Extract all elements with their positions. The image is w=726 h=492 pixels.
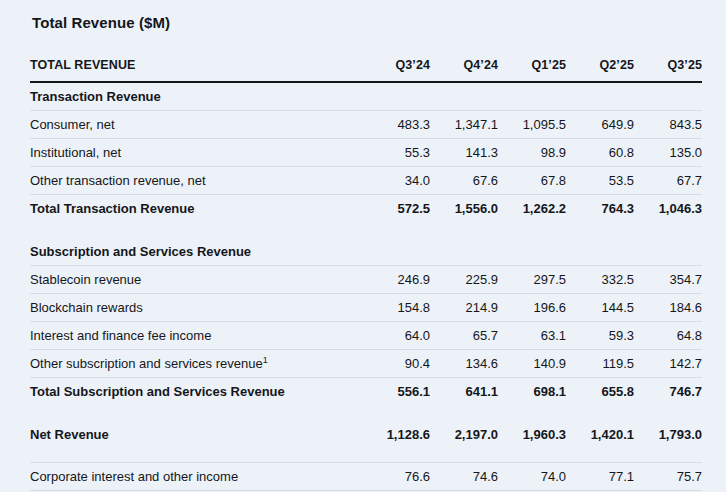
- cell-value: 119.5: [566, 350, 634, 378]
- cell-value: 1,262.2: [498, 195, 566, 223]
- row-label-text: Institutional, net: [30, 145, 121, 160]
- cell-value: [362, 82, 430, 111]
- cell-value: 135.0: [634, 139, 702, 167]
- row-label-text: Consumer, net: [30, 117, 115, 132]
- row-label: Corporate interest and other income: [30, 463, 362, 491]
- cell-value: 764.3: [566, 195, 634, 223]
- table-row-other-transaction-revenue-net: Other transaction revenue, net34.067.667…: [30, 167, 702, 195]
- cell-value: [498, 238, 566, 266]
- row-label-text: Other transaction revenue, net: [30, 173, 206, 188]
- table-body: Transaction RevenueConsumer, net483.31,3…: [30, 82, 702, 492]
- row-label: Other transaction revenue, net: [30, 167, 362, 195]
- cell-value: 649.9: [566, 111, 634, 139]
- table-row-institutional-net: Institutional, net55.3141.398.960.8135.0: [30, 139, 702, 167]
- table-row-corporate-interest-and-other-income: Corporate interest and other income76.67…: [30, 463, 702, 491]
- table-header-row: TOTAL REVENUE Q3’24 Q4’24 Q1’25 Q2’25 Q3…: [30, 52, 702, 82]
- spacer-cell: [30, 222, 702, 238]
- cell-value: 59.3: [566, 322, 634, 350]
- cell-value: 76.6: [362, 463, 430, 491]
- table-header-label: TOTAL REVENUE: [30, 52, 362, 82]
- row-label-text: Subscription and Services Revenue: [30, 244, 251, 259]
- cell-value: [566, 82, 634, 111]
- cell-value: 2,197.0: [430, 421, 498, 448]
- cell-value: 67.8: [498, 167, 566, 195]
- table-row-consumer-net: Consumer, net483.31,347.11,095.5649.9843…: [30, 111, 702, 139]
- row-label-text: Net Revenue: [30, 427, 109, 442]
- cell-value: 1,046.3: [634, 195, 702, 223]
- spacer-row: [30, 448, 702, 463]
- cell-value: 1,420.1: [566, 421, 634, 448]
- page-title: Total Revenue ($M): [32, 14, 702, 31]
- row-label: Blockchain rewards: [30, 294, 362, 322]
- row-label-text: Total Subscription and Services Revenue: [30, 384, 285, 399]
- cell-value: 1,128.6: [362, 421, 430, 448]
- column-header-q3-24: Q3’24: [362, 52, 430, 82]
- cell-value: 67.7: [634, 167, 702, 195]
- cell-value: 98.9: [498, 139, 566, 167]
- row-label-text: Stablecoin revenue: [30, 272, 141, 287]
- cell-value: 140.9: [498, 350, 566, 378]
- row-label-text: Blockchain rewards: [30, 300, 143, 315]
- table-row-subscription-and-services-revenue: Subscription and Services Revenue: [30, 238, 702, 266]
- cell-value: [566, 238, 634, 266]
- cell-value: 60.8: [566, 139, 634, 167]
- row-label: Total Subscription and Services Revenue: [30, 378, 362, 406]
- cell-value: 332.5: [566, 266, 634, 294]
- cell-value: 65.7: [430, 322, 498, 350]
- spacer-row: [30, 405, 702, 421]
- cell-value: [634, 238, 702, 266]
- table-row-total-subscription-and-services-revenue: Total Subscription and Services Revenue5…: [30, 378, 702, 406]
- cell-value: 63.1: [498, 322, 566, 350]
- column-header-q3-25: Q3’25: [634, 52, 702, 82]
- cell-value: 572.5: [362, 195, 430, 223]
- footnote-marker: 1: [263, 355, 268, 365]
- cell-value: 483.3: [362, 111, 430, 139]
- row-label: Transaction Revenue: [30, 82, 362, 111]
- row-label-text: Total Transaction Revenue: [30, 201, 194, 216]
- spacer-cell: [30, 405, 702, 421]
- cell-value: 1,556.0: [430, 195, 498, 223]
- table-row-net-revenue: Net Revenue1,128.62,197.01,960.31,420.11…: [30, 421, 702, 448]
- row-label: Other subscription and services revenue1: [30, 350, 362, 378]
- table-row-blockchain-rewards: Blockchain rewards154.8214.9196.6144.518…: [30, 294, 702, 322]
- cell-value: 843.5: [634, 111, 702, 139]
- cell-value: 297.5: [498, 266, 566, 294]
- table-row-interest-and-finance-fee-income: Interest and finance fee income64.065.76…: [30, 322, 702, 350]
- table-row-stablecoin-revenue: Stablecoin revenue246.9225.9297.5332.535…: [30, 266, 702, 294]
- spacer-cell: [30, 448, 702, 463]
- cell-value: [634, 82, 702, 111]
- cell-value: 53.5: [566, 167, 634, 195]
- cell-value: [430, 238, 498, 266]
- row-label-text: Transaction Revenue: [30, 89, 161, 104]
- table-row-total-transaction-revenue: Total Transaction Revenue572.51,556.01,2…: [30, 195, 702, 223]
- row-label-text: Other subscription and services revenue: [30, 356, 263, 371]
- cell-value: 746.7: [634, 378, 702, 406]
- cell-value: 142.7: [634, 350, 702, 378]
- cell-value: 144.5: [566, 294, 634, 322]
- column-header-q2-25: Q2’25: [566, 52, 634, 82]
- cell-value: 1,095.5: [498, 111, 566, 139]
- row-label: Subscription and Services Revenue: [30, 238, 362, 266]
- cell-value: 641.1: [430, 378, 498, 406]
- cell-value: 34.0: [362, 167, 430, 195]
- cell-value: 1,793.0: [634, 421, 702, 448]
- cell-value: 1,347.1: [430, 111, 498, 139]
- cell-value: 75.7: [634, 463, 702, 491]
- row-label: Stablecoin revenue: [30, 266, 362, 294]
- row-label-text: Interest and finance fee income: [30, 328, 211, 343]
- cell-value: [498, 82, 566, 111]
- row-label: Total Transaction Revenue: [30, 195, 362, 223]
- cell-value: 655.8: [566, 378, 634, 406]
- row-label: Net Revenue: [30, 421, 362, 448]
- row-label: Consumer, net: [30, 111, 362, 139]
- cell-value: 74.0: [498, 463, 566, 491]
- cell-value: [362, 238, 430, 266]
- cell-value: 64.8: [634, 322, 702, 350]
- cell-value: 77.1: [566, 463, 634, 491]
- cell-value: 196.6: [498, 294, 566, 322]
- cell-value: 246.9: [362, 266, 430, 294]
- column-header-q4-24: Q4’24: [430, 52, 498, 82]
- cell-value: 1,960.3: [498, 421, 566, 448]
- cell-value: 225.9: [430, 266, 498, 294]
- cell-value: 67.6: [430, 167, 498, 195]
